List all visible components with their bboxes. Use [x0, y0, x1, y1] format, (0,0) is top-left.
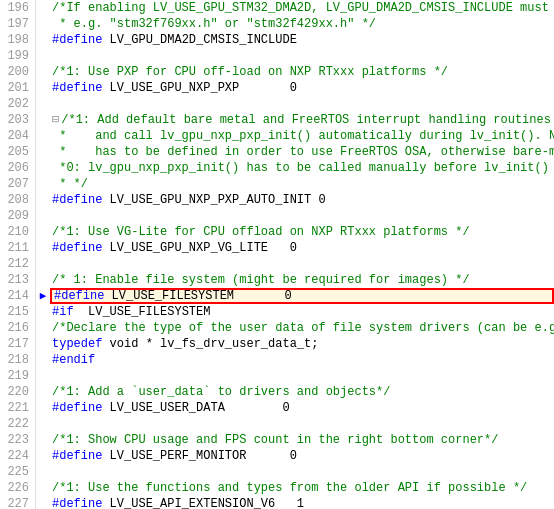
- code-token: * */: [52, 177, 88, 191]
- table-row: 211#define LV_USE_GPU_NXP_VG_LITE 0: [0, 240, 554, 256]
- code-token: 0: [239, 81, 297, 95]
- line-number: 214: [0, 288, 36, 304]
- arrow-indicator: [36, 464, 50, 480]
- line-number: 215: [0, 304, 36, 320]
- code-token: LV_USE_FILESYSTEM: [74, 305, 211, 319]
- code-token: LV_USE_GPU_NXP_VG_LITE 0: [102, 241, 296, 255]
- line-content: /*1: Use VG-Lite for CPU offload on NXP …: [50, 224, 554, 240]
- line-content: [50, 96, 554, 112]
- code-token: #define: [52, 401, 102, 415]
- code-token: *0: lv_gpu_nxp_pxp_init() has to be call…: [52, 161, 549, 175]
- table-row: 212: [0, 256, 554, 272]
- code-token: ⊟: [52, 113, 59, 127]
- table-row: 206 *0: lv_gpu_nxp_pxp_init() has to be …: [0, 160, 554, 176]
- arrow-indicator: [36, 272, 50, 288]
- code-token: * e.g. "stm32f769xx.h" or "stm32f429xx.h…: [52, 17, 376, 31]
- arrow-indicator: [36, 176, 50, 192]
- arrow-indicator: [36, 368, 50, 384]
- code-token: #define: [52, 449, 102, 463]
- line-number: 212: [0, 256, 36, 272]
- arrow-indicator: [36, 304, 50, 320]
- arrow-indicator: [36, 496, 50, 509]
- line-content: * has to be defined in order to use Free…: [50, 144, 554, 160]
- line-content: /*1: Use PXP for CPU off-load on NXP RTx…: [50, 64, 554, 80]
- code-token: /*1: Show CPU usage and FPS count in the…: [52, 433, 498, 447]
- line-content: * and call lv_gpu_nxp_pxp_init() automat…: [50, 128, 554, 144]
- code-token: LV_USE_USER_DATA: [102, 401, 224, 415]
- line-number: 219: [0, 368, 36, 384]
- code-token: #define: [52, 497, 102, 509]
- arrow-indicator: [36, 80, 50, 96]
- line-number: 210: [0, 224, 36, 240]
- code-token: /*If enabling LV_USE_GPU_STM32_DMA2D, LV…: [52, 1, 554, 15]
- line-number: 221: [0, 400, 36, 416]
- arrow-indicator: [36, 352, 50, 368]
- line-number: 207: [0, 176, 36, 192]
- code-token: #if: [52, 305, 74, 319]
- code-token: 0: [234, 289, 292, 303]
- line-content: #endif: [50, 352, 554, 368]
- arrow-indicator: [36, 48, 50, 64]
- code-token: #define: [52, 81, 102, 95]
- code-token: * and call lv_gpu_nxp_pxp_init() automat…: [52, 129, 554, 143]
- code-token: /*1: Add default bare metal and FreeRTOS…: [61, 113, 554, 127]
- table-row: 227#define LV_USE_API_EXTENSION_V6 1: [0, 496, 554, 509]
- line-number: 218: [0, 352, 36, 368]
- arrow-indicator: [36, 32, 50, 48]
- line-content: typedef void * lv_fs_drv_user_data_t;: [50, 336, 554, 352]
- line-number: 197: [0, 16, 36, 32]
- line-content: [50, 416, 554, 432]
- code-token: #define: [52, 193, 102, 207]
- table-row: 226/*1: Use the functions and types from…: [0, 480, 554, 496]
- code-token: #endif: [52, 353, 95, 367]
- line-number: 225: [0, 464, 36, 480]
- arrow-indicator: [36, 192, 50, 208]
- line-content: ⊟/*1: Add default bare metal and FreeRTO…: [50, 112, 554, 128]
- code-token: LV_USE_GPU_NXP_PXP_AUTO_INIT 0: [102, 193, 325, 207]
- table-row: 203⊟/*1: Add default bare metal and Free…: [0, 112, 554, 128]
- line-content: #define LV_USE_PERF_MONITOR 0: [50, 448, 554, 464]
- table-row: 208#define LV_USE_GPU_NXP_PXP_AUTO_INIT …: [0, 192, 554, 208]
- line-content: /*If enabling LV_USE_GPU_STM32_DMA2D, LV…: [50, 0, 554, 16]
- table-row: 216/*Declare the type of the user data o…: [0, 320, 554, 336]
- arrow-indicator: [36, 160, 50, 176]
- line-number: 211: [0, 240, 36, 256]
- arrow-indicator: [36, 400, 50, 416]
- arrow-indicator: [36, 208, 50, 224]
- line-number: 196: [0, 0, 36, 16]
- code-token: LV_USE_GPU_NXP_PXP: [102, 81, 239, 95]
- table-row: 210/*1: Use VG-Lite for CPU offload on N…: [0, 224, 554, 240]
- code-token: /*1: Use VG-Lite for CPU offload on NXP …: [52, 225, 470, 239]
- line-content: * e.g. "stm32f769xx.h" or "stm32f429xx.h…: [50, 16, 554, 32]
- arrow-indicator: [36, 0, 50, 16]
- line-number: 224: [0, 448, 36, 464]
- line-number: 200: [0, 64, 36, 80]
- arrow-indicator: [36, 128, 50, 144]
- line-number: 226: [0, 480, 36, 496]
- code-token: /*1: Add a `user_data` to drivers and ob…: [52, 385, 390, 399]
- table-row: 204 * and call lv_gpu_nxp_pxp_init() aut…: [0, 128, 554, 144]
- line-number: 202: [0, 96, 36, 112]
- table-row: 219: [0, 368, 554, 384]
- table-row: 214▶#define LV_USE_FILESYSTEM 0: [0, 288, 554, 304]
- arrow-indicator: [36, 64, 50, 80]
- line-number: 201: [0, 80, 36, 96]
- code-token: /*1: Use the functions and types from th…: [52, 481, 527, 495]
- line-number: 198: [0, 32, 36, 48]
- arrow-indicator: [36, 16, 50, 32]
- arrow-indicator: [36, 112, 50, 128]
- line-number: 205: [0, 144, 36, 160]
- line-content: [50, 208, 554, 224]
- table-row: 215#if LV_USE_FILESYSTEM: [0, 304, 554, 320]
- table-row: 200/*1: Use PXP for CPU off-load on NXP …: [0, 64, 554, 80]
- arrow-indicator: ▶: [36, 288, 50, 304]
- arrow-indicator: [36, 336, 50, 352]
- line-content: /*Declare the type of the user data of f…: [50, 320, 554, 336]
- code-token: /*1: Use PXP for CPU off-load on NXP RTx…: [52, 65, 448, 79]
- table-row: 221#define LV_USE_USER_DATA 0: [0, 400, 554, 416]
- table-row: 199: [0, 48, 554, 64]
- line-content: /* 1: Enable file system (might be requi…: [50, 272, 554, 288]
- line-number: 222: [0, 416, 36, 432]
- table-row: 209: [0, 208, 554, 224]
- line-content: [50, 48, 554, 64]
